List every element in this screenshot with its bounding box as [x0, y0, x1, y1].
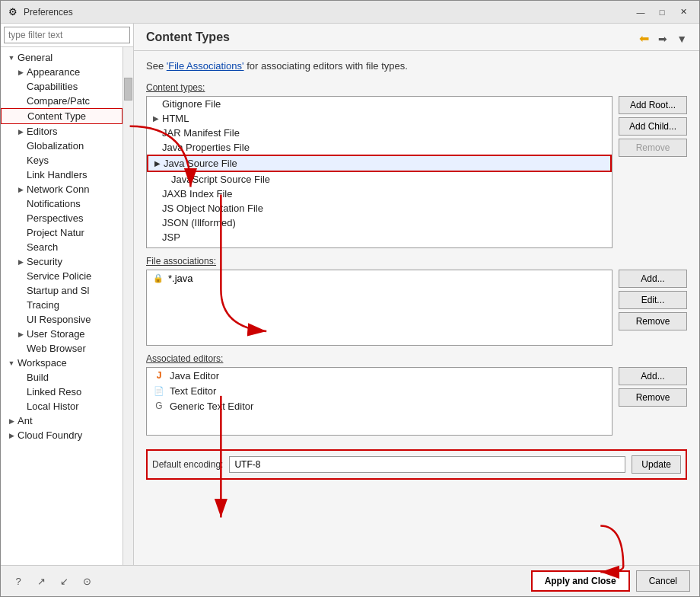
sidebar-item-build[interactable]: ▶ Build	[1, 370, 123, 385]
list-item-html[interactable]: ▶ HTML	[147, 111, 612, 126]
import-button[interactable]: ↙	[56, 573, 72, 589]
text-editor-icon: 📄	[153, 385, 165, 397]
edit-association-button[interactable]: Edit...	[619, 291, 687, 309]
back-button[interactable]: ⬅	[636, 30, 652, 47]
associated-editors-section: Associated editors: J Java Editor 📄 T	[146, 353, 687, 436]
list-item-javasource[interactable]: ▶ Java Source File	[147, 155, 612, 172]
file-assoc-item-java[interactable]: 🔒 *.java	[147, 270, 612, 286]
content-body: See 'File Associations' for associating …	[134, 51, 699, 565]
close-button[interactable]: ✕	[673, 5, 693, 20]
filter-input[interactable]	[4, 27, 130, 43]
sidebar-tree: ▼ General ▶ Appearance ▶ Capabilities ▶ …	[1, 47, 123, 565]
sidebar-item-webbrowser[interactable]: ▶ Web Browser	[1, 341, 123, 356]
editor-item-generic[interactable]: G Generic Text Editor	[147, 398, 612, 413]
sidebar-item-label: Linked Reso	[27, 386, 81, 397]
editors-list[interactable]: J Java Editor 📄 Text Editor G Generic Te…	[146, 367, 612, 436]
list-item-jaxb[interactable]: ▶ JAXB Index File	[147, 187, 612, 201]
encoding-section: Default encoding: Update	[146, 449, 687, 480]
sidebar-item-servicepolicies[interactable]: ▶ Service Policie	[1, 269, 123, 283]
sidebar-scroll-area: ▼ General ▶ Appearance ▶ Capabilities ▶ …	[1, 47, 133, 565]
sidebar-item-workspace[interactable]: ▼ Workspace	[1, 356, 123, 370]
sidebar-item-capabilities[interactable]: ▶ Capabilities	[1, 79, 123, 94]
file-associations-list[interactable]: 🔒 *.java	[146, 270, 612, 346]
add-root-button[interactable]: Add Root...	[619, 96, 687, 114]
sidebar-item-linkedresources[interactable]: ▶ Linked Reso	[1, 385, 123, 399]
export-button[interactable]: ↗	[33, 573, 49, 589]
list-item-javaprops[interactable]: ▶ Java Properties File	[147, 140, 612, 155]
sidebar-item-networkconn[interactable]: ▶ Network Conn	[1, 182, 123, 196]
info-suffix: for associating editors with file types.	[244, 60, 408, 72]
item-label: JAXB Index File	[162, 188, 233, 200]
minimize-button[interactable]: —	[631, 5, 651, 20]
sidebar-item-localhistory[interactable]: ▶ Local Histor	[1, 399, 123, 413]
list-item-patch[interactable]: ▶ Patch File	[147, 244, 612, 248]
sidebar-item-appearance[interactable]: ▶ Appearance	[1, 65, 123, 79]
sidebar-item-label: Editors	[27, 126, 57, 137]
sidebar-item-projectnature[interactable]: ▶ Project Natur	[1, 225, 123, 240]
sidebar-item-linkhandlers[interactable]: ▶ Link Handlers	[1, 168, 123, 182]
forward-button[interactable]: ➡	[655, 30, 670, 47]
expand-arrow: ▶	[16, 68, 25, 77]
editor-item-java[interactable]: J Java Editor	[147, 368, 612, 383]
list-item-javascriptsource[interactable]: ▶ JavaScript Source File	[147, 172, 612, 187]
sidebar-item-security[interactable]: ▶ Security	[1, 254, 123, 269]
file-associations-panel: 🔒 *.java Add... Edit... Remove	[146, 270, 687, 346]
editor-label: Java Editor	[170, 370, 219, 382]
sidebar-item-keys[interactable]: ▶ Keys	[1, 153, 123, 168]
file-assoc-label: *.java	[168, 273, 193, 284]
sidebar-item-editors[interactable]: ▶ Editors	[1, 124, 123, 139]
menu-button[interactable]: ▼	[673, 30, 690, 47]
sidebar-item-general[interactable]: ▼ General	[1, 50, 123, 65]
update-button[interactable]: Update	[632, 455, 681, 474]
sidebar-item-search[interactable]: ▶ Search	[1, 240, 123, 254]
encoding-input[interactable]	[229, 456, 625, 473]
bottom-right-controls: Apply and Close Cancel	[531, 570, 690, 592]
sidebar-item-startupandsl[interactable]: ▶ Startup and Sl	[1, 283, 123, 298]
sidebar-item-globalization[interactable]: ▶ Globalization	[1, 139, 123, 153]
file-associations-link[interactable]: 'File Associations'	[167, 60, 244, 72]
associated-editors-label: Associated editors:	[146, 353, 687, 364]
sidebar-item-notifications[interactable]: ▶ Notifications	[1, 196, 123, 211]
remove-content-type-button[interactable]: Remove	[619, 139, 687, 157]
list-item-gitignore[interactable]: ▶ Gitignore File	[147, 97, 612, 111]
content-title: Content Types	[146, 30, 230, 44]
sidebar-item-contenttype[interactable]: ▶ Content Type	[1, 108, 123, 124]
content-types-list-container: ▶ Gitignore File ▶ HTML ▶ JAR Manifest F…	[146, 96, 612, 248]
sidebar-item-label: Startup and Sl	[27, 285, 89, 296]
encoding-label: Default encoding:	[152, 459, 223, 470]
cancel-button[interactable]: Cancel	[636, 570, 690, 592]
remove-association-button[interactable]: Remove	[619, 312, 687, 330]
sidebar-item-uiresponsive[interactable]: ▶ UI Responsive	[1, 312, 123, 327]
add-editor-button[interactable]: Add...	[619, 367, 687, 385]
content-types-list[interactable]: ▶ Gitignore File ▶ HTML ▶ JAR Manifest F…	[146, 96, 612, 248]
remove-editor-button[interactable]: Remove	[619, 388, 687, 407]
sidebar-item-label: Tracing	[27, 299, 59, 311]
sidebar-item-label: Ant	[18, 415, 33, 426]
list-item-jsonill[interactable]: ▶ JSON (Illformed)	[147, 215, 612, 230]
item-label: JAR Manifest File	[162, 127, 240, 139]
sidebar-item-perspectives[interactable]: ▶ Perspectives	[1, 211, 123, 225]
sidebar-scrollbar-thumb[interactable]	[124, 78, 132, 101]
sidebar-item-tracing[interactable]: ▶ Tracing	[1, 298, 123, 312]
content-types-label: Content types:	[146, 82, 687, 93]
list-item-jsp[interactable]: ▶ JSP	[147, 230, 612, 244]
sidebar-item-comparepatch[interactable]: ▶ Compare/Patc	[1, 94, 123, 108]
java-editor-icon: J	[153, 369, 165, 382]
expand-icon: ▶	[154, 159, 161, 168]
add-association-button[interactable]: Add...	[619, 270, 687, 288]
sidebar-item-label: UI Responsive	[27, 314, 91, 325]
sidebar-scrollbar[interactable]	[123, 47, 133, 565]
home-button[interactable]: ⊙	[78, 573, 95, 589]
help-button[interactable]: ?	[10, 573, 27, 589]
sidebar-item-ant[interactable]: ▶ Ant	[1, 413, 123, 428]
bottom-left-controls: ? ↗ ↙ ⊙	[10, 573, 95, 589]
editor-item-text[interactable]: 📄 Text Editor	[147, 383, 612, 398]
list-item-jar[interactable]: ▶ JAR Manifest File	[147, 126, 612, 140]
add-child-button[interactable]: Add Child...	[619, 117, 687, 136]
maximize-button[interactable]: □	[652, 5, 672, 20]
file-association-buttons: Add... Edit... Remove	[619, 270, 687, 346]
sidebar-item-cloudfoundry[interactable]: ▶ Cloud Foundry	[1, 428, 123, 442]
list-item-json[interactable]: ▶ JS Object Notation File	[147, 201, 612, 215]
apply-and-close-button[interactable]: Apply and Close	[531, 570, 630, 592]
sidebar-item-userstorage[interactable]: ▶ User Storage	[1, 327, 123, 341]
